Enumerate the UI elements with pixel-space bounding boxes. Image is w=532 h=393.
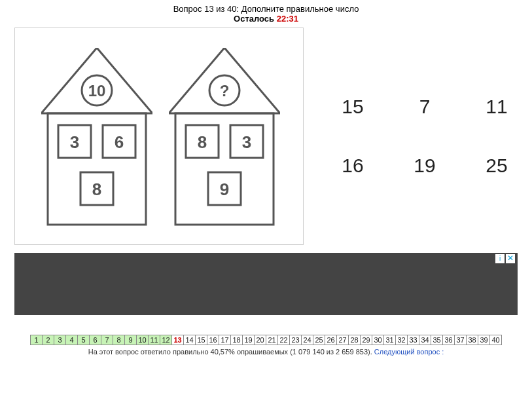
nav-question-39[interactable]: 39	[478, 335, 490, 345]
nav-question-15[interactable]: 15	[195, 335, 207, 345]
nav-question-35[interactable]: 35	[431, 335, 443, 345]
ad-banner[interactable]: i ✕	[14, 253, 518, 315]
nav-question-11[interactable]: 11	[148, 335, 160, 345]
ad-close-icon[interactable]: ✕	[506, 254, 515, 263]
answer-option[interactable]: 19	[395, 140, 454, 192]
nav-question-33[interactable]: 33	[407, 335, 419, 345]
nav-question-16[interactable]: 16	[207, 335, 219, 345]
next-question-link[interactable]: Следующий вопрос :	[374, 348, 444, 356]
house-left-circle-value: 10	[88, 82, 106, 100]
nav-question-30[interactable]: 30	[372, 335, 384, 345]
nav-question-28[interactable]: 28	[348, 335, 361, 345]
svg-marker-0	[41, 48, 152, 113]
answer-options: 15 7 11 16 19 25	[323, 81, 526, 192]
nav-question-24[interactable]: 24	[301, 335, 313, 345]
puzzle-image: 10 3 6 8 ? 8 3 9	[14, 28, 304, 245]
nav-question-9[interactable]: 9	[124, 335, 137, 345]
svg-marker-6	[169, 48, 280, 113]
nav-question-5[interactable]: 5	[77, 335, 90, 345]
answer-option[interactable]: 16	[323, 140, 382, 192]
nav-question-40[interactable]: 40	[489, 335, 502, 345]
question-nav: 1234567891011121314151617181920212223242…	[0, 335, 532, 345]
house-left-box-tr: 6	[115, 132, 124, 152]
nav-question-19[interactable]: 19	[242, 335, 255, 345]
nav-question-37[interactable]: 37	[454, 335, 467, 345]
nav-question-7[interactable]: 7	[101, 335, 113, 345]
nav-question-17[interactable]: 17	[219, 335, 231, 345]
nav-question-8[interactable]: 8	[113, 335, 125, 345]
nav-question-4[interactable]: 4	[65, 335, 78, 345]
nav-question-27[interactable]: 27	[336, 335, 349, 345]
nav-question-20[interactable]: 20	[254, 335, 266, 345]
nav-question-38[interactable]: 38	[466, 335, 478, 345]
house-left-box-b: 8	[92, 179, 101, 199]
nav-question-36[interactable]: 36	[442, 335, 455, 345]
nav-question-10[interactable]: 10	[136, 335, 149, 345]
house-right-circle-value: ?	[220, 82, 230, 100]
nav-question-29[interactable]: 29	[360, 335, 372, 345]
nav-question-31[interactable]: 31	[383, 335, 396, 345]
nav-question-1[interactable]: 1	[30, 335, 43, 345]
timer-label: Осталось	[234, 14, 277, 24]
house-left: 10 3 6 8	[41, 48, 152, 228]
nav-question-21[interactable]: 21	[266, 335, 278, 345]
nav-question-13[interactable]: 13	[171, 335, 184, 345]
nav-question-14[interactable]: 14	[183, 335, 196, 345]
nav-question-6[interactable]: 6	[89, 335, 101, 345]
svg-rect-1	[48, 113, 146, 225]
nav-question-23[interactable]: 23	[289, 335, 302, 345]
footer-stats-text: На этот вопрос ответило правильно 40,57%…	[88, 348, 374, 356]
nav-question-26[interactable]: 26	[325, 335, 337, 345]
ad-info-icon[interactable]: i	[495, 254, 505, 263]
timer-line: Осталось 22:31	[0, 14, 532, 24]
nav-question-18[interactable]: 18	[230, 335, 243, 345]
answer-option[interactable]: 25	[467, 140, 526, 192]
answer-option[interactable]: 7	[395, 81, 454, 133]
house-left-box-tl: 3	[70, 132, 79, 152]
footer-stats: На этот вопрос ответило правильно 40,57%…	[0, 348, 532, 356]
nav-question-12[interactable]: 12	[160, 335, 172, 345]
house-right: ? 8 3 9	[169, 48, 280, 228]
nav-question-25[interactable]: 25	[313, 335, 325, 345]
nav-question-34[interactable]: 34	[419, 335, 431, 345]
house-right-box-b: 9	[220, 179, 229, 199]
nav-question-22[interactable]: 22	[277, 335, 290, 345]
nav-question-3[interactable]: 3	[54, 335, 66, 345]
answer-option[interactable]: 15	[323, 81, 382, 133]
house-right-box-tr: 3	[242, 132, 251, 152]
nav-question-32[interactable]: 32	[395, 335, 408, 345]
nav-question-2[interactable]: 2	[42, 335, 54, 345]
house-right-box-tl: 8	[198, 132, 207, 152]
svg-rect-7	[175, 113, 274, 225]
timer-value: 22:31	[277, 14, 298, 24]
answer-option[interactable]: 11	[467, 81, 526, 133]
question-header: Вопрос 13 из 40: Дополните правильное чи…	[0, 0, 532, 14]
